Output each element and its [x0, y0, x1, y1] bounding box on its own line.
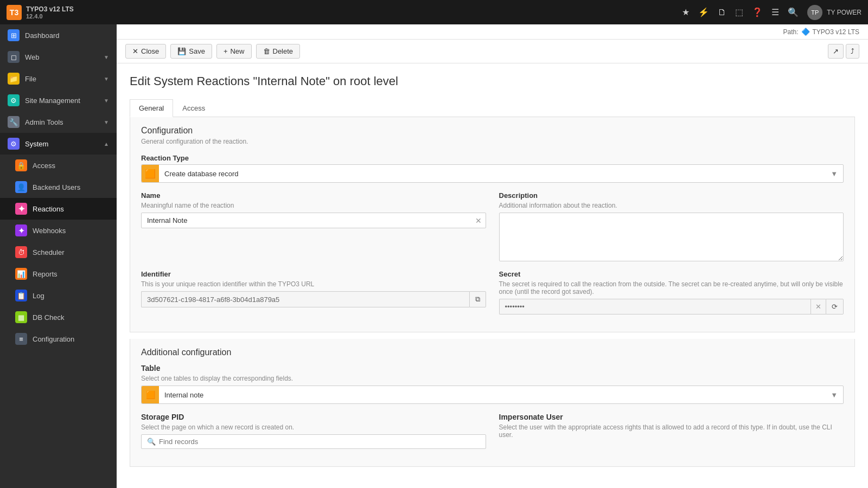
sidebar-item-dashboard[interactable]: ⊞ Dashboard [0, 24, 117, 46]
identifier-label: Identifier [141, 270, 486, 278]
sidebar-label-log: Log [33, 292, 44, 300]
save-button[interactable]: 💾 Save [170, 44, 212, 59]
storage-pid-input[interactable] [159, 438, 480, 446]
new-button[interactable]: + New [216, 44, 252, 59]
name-field: Name Meaningful name of the reaction ✕ [141, 191, 486, 261]
identifier-desc: This is your unique reaction identifier … [141, 280, 486, 288]
delete-icon: 🗑 [263, 47, 270, 55]
sidebar-label-reports: Reports [33, 270, 58, 278]
sidebar-label-dashboard: Dashboard [25, 31, 60, 40]
sidebar-label-reactions: Reactions [33, 205, 64, 213]
user-menu[interactable]: TP TY POWER [807, 5, 861, 20]
sidebar-item-site-management[interactable]: ⚙ Site Management ▼ [0, 89, 117, 111]
identifier-secret-row: Identifier This is your unique reaction … [141, 270, 844, 314]
secret-desc: The secret is required to call the react… [499, 280, 844, 296]
monitor-icon[interactable]: ⬚ [735, 7, 743, 17]
tab-access[interactable]: Access [173, 99, 214, 117]
list-icon[interactable]: ☰ [771, 7, 779, 17]
reaction-type-value: Create database record [159, 166, 825, 181]
reports-icon: 📊 [15, 268, 27, 280]
sidebar-item-web[interactable]: ◻ Web ▼ [0, 46, 117, 68]
app-logo: T3 TYPO3 v12 LTS 12.4.0 [7, 5, 120, 20]
identifier-field: Identifier This is your unique reaction … [141, 270, 486, 314]
topbar-actions: ★ ⚡ 🗋 ⬚ ❓ ☰ 🔍 TP TY POWER [682, 5, 861, 20]
sidebar-item-system[interactable]: ⚙ System ▲ [0, 133, 117, 155]
configuration-desc: General configuration of the reaction. [141, 138, 844, 145]
name-input-wrap: ✕ [141, 213, 486, 228]
site-management-icon: ⚙ [8, 94, 20, 106]
table-arrow-icon[interactable]: ▼ [825, 391, 843, 399]
sidebar: ⊞ Dashboard ◻ Web ▼ 📁 File ▼ ⚙ Site Mana… [0, 0, 117, 488]
user-name: TY POWER [827, 9, 861, 16]
sidebar-label-access: Access [33, 162, 55, 170]
sidebar-item-log[interactable]: 📋 Log [0, 285, 117, 306]
name-description-row: Name Meaningful name of the reaction ✕ D… [141, 191, 844, 261]
sidebar-item-reactions[interactable]: ✦ Reactions [0, 198, 117, 220]
tabs: General Access [130, 99, 855, 117]
identifier-copy-button[interactable]: ⧉ [469, 291, 486, 307]
table-field: Table Select one tables to display the c… [141, 364, 844, 404]
storage-pid-input-wrap: 🔍 [141, 434, 486, 449]
sidebar-item-scheduler[interactable]: ⏱ Scheduler [0, 241, 117, 263]
reaction-type-dropdown[interactable]: 🟧 Create database record ▼ [141, 164, 844, 183]
additional-title: Additional configuration [141, 348, 844, 357]
delete-button[interactable]: 🗑 Delete [256, 44, 301, 59]
open-external-button[interactable]: ↗ [828, 44, 844, 59]
storage-pid-field: Storage PID Select the page on which a n… [141, 413, 486, 449]
sidebar-label-admin-tools: Admin Tools [25, 118, 63, 126]
lightning-icon[interactable]: ⚡ [698, 7, 709, 17]
access-icon: 🔒 [15, 159, 27, 171]
close-icon: ✕ [132, 47, 138, 55]
log-icon: 📋 [15, 290, 27, 301]
save-icon: 💾 [177, 47, 186, 55]
sidebar-item-db-check[interactable]: ▦ DB Check [0, 306, 117, 328]
table-dropdown[interactable]: 🟧 Internal note ▼ [141, 386, 844, 404]
name-input[interactable] [141, 213, 486, 228]
sidebar-item-reports[interactable]: 📊 Reports [0, 263, 117, 285]
sidebar-label-site-management: Site Management [25, 97, 80, 105]
reaction-type-arrow-icon[interactable]: ▼ [825, 170, 843, 178]
storage-pid-search-icon: 🔍 [147, 438, 156, 446]
sidebar-item-file[interactable]: 📁 File ▼ [0, 68, 117, 89]
close-button[interactable]: ✕ Close [125, 44, 166, 59]
topbar: T3 TYPO3 v12 LTS 12.4.0 ★ ⚡ 🗋 ⬚ ❓ ☰ 🔍 TP… [0, 0, 868, 24]
reactions-icon: ✦ [15, 203, 27, 215]
secret-regenerate-button[interactable]: ⟳ [826, 299, 844, 314]
help-icon[interactable]: ❓ [752, 7, 763, 17]
sidebar-item-admin-tools[interactable]: 🔧 Admin Tools ▼ [0, 111, 117, 133]
share-button[interactable]: ⤴ [846, 44, 859, 59]
tab-general[interactable]: General [130, 99, 173, 117]
dashboard-icon: ⊞ [8, 29, 20, 41]
impersonate-user-label: Impersonate User [499, 413, 844, 421]
reaction-type-field: Reaction Type 🟧 Create database record ▼ [141, 154, 844, 183]
description-desc: Additional information about the reactio… [499, 202, 844, 209]
table-desc: Select one tables to display the corresp… [141, 375, 844, 382]
document-icon[interactable]: 🗋 [718, 8, 726, 17]
configuration-section: Configuration General configuration of t… [130, 117, 855, 332]
new-icon: + [224, 47, 228, 55]
secret-field: Secret The secret is required to call th… [499, 270, 844, 314]
sidebar-item-backend-users[interactable]: 👤 Backend Users [0, 176, 117, 198]
sidebar-item-access[interactable]: 🔒 Access [0, 155, 117, 176]
name-clear-icon[interactable]: ✕ [475, 216, 482, 225]
web-chevron: ▼ [104, 54, 109, 60]
avatar: TP [807, 5, 822, 20]
app-title: TYPO3 v12 LTS 12.4.0 [26, 5, 74, 20]
secret-label: Secret [499, 270, 844, 278]
star-icon[interactable]: ★ [682, 7, 690, 17]
path-icon: 🔷 [801, 28, 810, 36]
sidebar-item-webhooks[interactable]: ✦ Webhooks [0, 220, 117, 241]
file-chevron: ▼ [104, 76, 109, 82]
sidebar-label-system: System [25, 140, 48, 148]
secret-clear-icon[interactable]: ✕ [810, 299, 826, 314]
main-content: Path: 🔷 TYPO3 v12 LTS ✕ Close 💾 Save + N… [117, 0, 868, 488]
storage-impersonate-row: Storage PID Select the page on which a n… [141, 413, 844, 449]
sidebar-label-backend-users: Backend Users [33, 183, 80, 191]
admin-tools-icon: 🔧 [8, 116, 20, 128]
system-icon: ⚙ [8, 138, 20, 150]
search-icon[interactable]: 🔍 [788, 7, 799, 17]
description-textarea[interactable] [499, 213, 844, 261]
table-icon: 🟧 [142, 386, 159, 403]
sidebar-item-configuration[interactable]: ≡ Configuration [0, 328, 117, 350]
scheduler-icon: ⏱ [15, 246, 27, 258]
